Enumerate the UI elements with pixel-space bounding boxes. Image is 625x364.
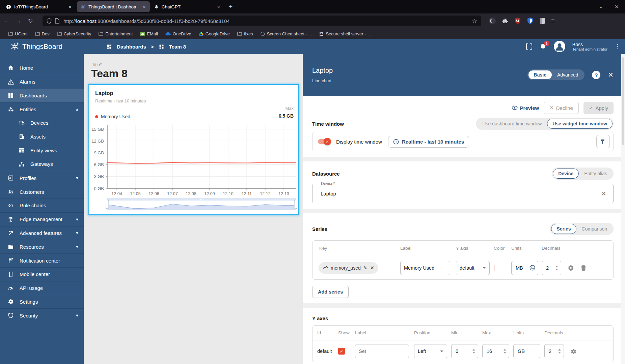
step-up-icon[interactable] bbox=[555, 266, 558, 267]
page-info-icon[interactable] bbox=[55, 18, 59, 24]
y-axis-max-stepper[interactable]: 16 bbox=[482, 344, 509, 358]
help-icon[interactable]: ? bbox=[592, 71, 600, 79]
extension-account-icon[interactable] bbox=[489, 17, 496, 25]
series-color-swatch[interactable] bbox=[494, 265, 494, 271]
step-up-icon[interactable] bbox=[558, 349, 561, 351]
bookmark-fixes[interactable]: fixes bbox=[237, 31, 253, 36]
step-down-icon[interactable] bbox=[555, 269, 558, 270]
menu-hamburger-icon[interactable]: ≡ bbox=[551, 18, 555, 25]
sidebar-item-gateways[interactable]: Gateways bbox=[0, 157, 84, 171]
toggle-basic[interactable]: Basic bbox=[528, 70, 552, 79]
tab-close-icon[interactable]: × bbox=[68, 4, 72, 10]
step-down-icon[interactable] bbox=[472, 352, 475, 354]
y-axis-show-checkbox[interactable]: ✓ bbox=[338, 348, 345, 355]
step-up-icon[interactable] bbox=[504, 349, 506, 351]
sidebar-item-customers[interactable]: Customers bbox=[0, 185, 84, 199]
step-down-icon[interactable] bbox=[504, 352, 506, 354]
sidebar-item-security[interactable]: Security▼ bbox=[0, 308, 84, 322]
tab-chatgpt[interactable]: ✻ ChatGPT × bbox=[151, 1, 224, 12]
tab-iot-thingsboard[interactable]: IoT/ThingsBoard × bbox=[3, 1, 76, 12]
edit-key-icon[interactable]: ✎ bbox=[363, 265, 368, 271]
realtime-range-button[interactable]: Realtime - last 10 minutes bbox=[388, 136, 469, 148]
kebab-menu-icon[interactable]: ⋮ bbox=[614, 43, 620, 50]
reload-icon[interactable]: ↻ bbox=[24, 17, 36, 25]
sidebar-item-entities[interactable]: Entities▲ bbox=[0, 102, 84, 116]
thingsboard-logo[interactable]: ThingsBoard bbox=[10, 42, 62, 51]
series-delete-trash-icon[interactable] bbox=[580, 264, 587, 271]
step-down-icon[interactable] bbox=[558, 352, 561, 354]
chart-legend[interactable]: Memory Used bbox=[95, 114, 130, 119]
bookmark-secure-shell-server[interactable]: Secure shell server - ... bbox=[319, 31, 371, 36]
sidebar-item-assets[interactable]: Assets bbox=[0, 130, 84, 144]
sidebar-item-api-usage[interactable]: API usage bbox=[0, 281, 84, 295]
series-yaxis-select[interactable]: default bbox=[456, 261, 490, 275]
dashboard-title[interactable]: Team 8 bbox=[91, 67, 128, 80]
bookmark-star-icon[interactable]: ☆ bbox=[472, 18, 477, 25]
bookmark-cybersecurity[interactable]: CyberSecurity bbox=[57, 31, 91, 36]
sidebar-item-dashboards[interactable]: Dashboards bbox=[0, 89, 84, 102]
y-axis-position-select[interactable]: Left bbox=[414, 344, 447, 358]
series-units-field[interactable]: MB bbox=[511, 261, 538, 275]
bookmark-email[interactable]: EMail bbox=[140, 31, 158, 36]
sidebar-item-devices[interactable]: Devices bbox=[0, 116, 84, 130]
sidebar-item-rule-chains[interactable]: Rule chains bbox=[0, 199, 84, 212]
bookmark-entertainment[interactable]: Entertainment bbox=[99, 31, 133, 36]
zoom-handle-left[interactable] bbox=[106, 200, 109, 209]
tab-thingsboard-dashboard[interactable]: ThingsBoard | Dashboa × bbox=[77, 1, 150, 12]
zoom-handle-right[interactable] bbox=[294, 200, 297, 209]
bookmark-screen-cheatsheet[interactable]: Screen Cheatsheet - ... bbox=[261, 31, 312, 36]
panel-close-icon[interactable]: ✕ bbox=[608, 71, 614, 79]
series-settings-gear-icon[interactable] bbox=[567, 264, 574, 271]
decline-button[interactable]: ✕Decline bbox=[544, 102, 579, 114]
datasource-device-option[interactable]: Device bbox=[553, 169, 579, 179]
sidebar-item-notification-center[interactable]: Notification center bbox=[0, 253, 84, 267]
shield-icon[interactable] bbox=[47, 18, 52, 24]
y-axis-units-field[interactable]: GB bbox=[513, 344, 540, 358]
y-axis-min-stepper[interactable]: 0 bbox=[451, 344, 478, 358]
timewindow-filter-button[interactable] bbox=[596, 135, 610, 148]
device-field[interactable]: Device* Laptop ✕ bbox=[312, 184, 614, 203]
extension-puzzle-icon[interactable] bbox=[502, 18, 509, 24]
window-close-icon[interactable]: ✕ bbox=[615, 4, 619, 10]
series-option[interactable]: Series bbox=[551, 224, 576, 234]
fullscreen-icon[interactable] bbox=[526, 43, 533, 50]
y-axis-settings-gear-icon[interactable] bbox=[570, 348, 577, 355]
forward-icon[interactable]: → bbox=[12, 18, 24, 25]
widget-laptop-card[interactable]: 0 GB3 GB6 GB9 GB12 GB15 GB12:0412:0512:0… bbox=[88, 84, 299, 215]
sidebar-item-profiles[interactable]: Profiles▼ bbox=[0, 171, 84, 185]
list-tabs-icon[interactable]: ⌄ bbox=[599, 4, 603, 10]
sidebar-page-icon[interactable] bbox=[539, 18, 545, 24]
sidebar-item-entity-views[interactable]: Entity views bbox=[0, 144, 84, 157]
sidebar-item-advanced-features[interactable]: Advanced features▼ bbox=[0, 226, 84, 240]
preview-button[interactable]: Preview bbox=[512, 105, 539, 111]
series-key-chip[interactable]: memory_used ✎ ✕ bbox=[319, 262, 378, 274]
comparison-option[interactable]: Comparison bbox=[576, 224, 613, 234]
sidebar-item-settings[interactable]: Settings bbox=[0, 295, 84, 309]
ublock-icon[interactable] bbox=[514, 17, 521, 25]
device-clear-icon[interactable]: ✕ bbox=[601, 190, 606, 198]
add-series-button[interactable]: Add series bbox=[312, 286, 349, 298]
tab-close-icon[interactable]: × bbox=[216, 4, 221, 10]
display-time-window-switch[interactable]: ✓ bbox=[318, 139, 330, 144]
series-label-input[interactable] bbox=[400, 261, 450, 275]
sidebar-item-resources[interactable]: Resources▼ bbox=[0, 240, 84, 253]
bookmark-onedrive[interactable]: OneDrive bbox=[165, 31, 191, 36]
panel-scrollbar[interactable] bbox=[621, 54, 625, 364]
sidebar-item-mobile-center[interactable]: Mobile center bbox=[0, 267, 84, 281]
bookmark-dev[interactable]: Dev bbox=[35, 31, 50, 36]
step-up-icon[interactable] bbox=[472, 349, 475, 351]
bitwarden-icon[interactable] bbox=[527, 17, 534, 25]
user-info[interactable]: Boss Tenant administrator bbox=[572, 42, 607, 51]
new-tab-button[interactable]: + bbox=[229, 3, 233, 10]
back-icon[interactable]: ← bbox=[0, 18, 12, 25]
tab-close-icon[interactable]: × bbox=[142, 4, 146, 10]
use-dashboard-time-window[interactable]: Use dashboard time window bbox=[477, 119, 547, 129]
use-widget-time-window[interactable]: Use widget time window bbox=[547, 119, 613, 129]
series-decimals-stepper[interactable]: 2 bbox=[542, 261, 561, 275]
y-axis-label-input[interactable] bbox=[355, 344, 409, 358]
bookmark-googledrive[interactable]: GoogleDrive bbox=[199, 31, 230, 36]
remove-key-icon[interactable]: ✕ bbox=[370, 265, 374, 271]
sidebar-item-edge-management[interactable]: Edge management▼ bbox=[0, 212, 84, 226]
notifications-bell-icon[interactable]: 1 bbox=[539, 43, 547, 50]
y-axis-decimals-stepper[interactable]: 2 bbox=[544, 344, 564, 358]
